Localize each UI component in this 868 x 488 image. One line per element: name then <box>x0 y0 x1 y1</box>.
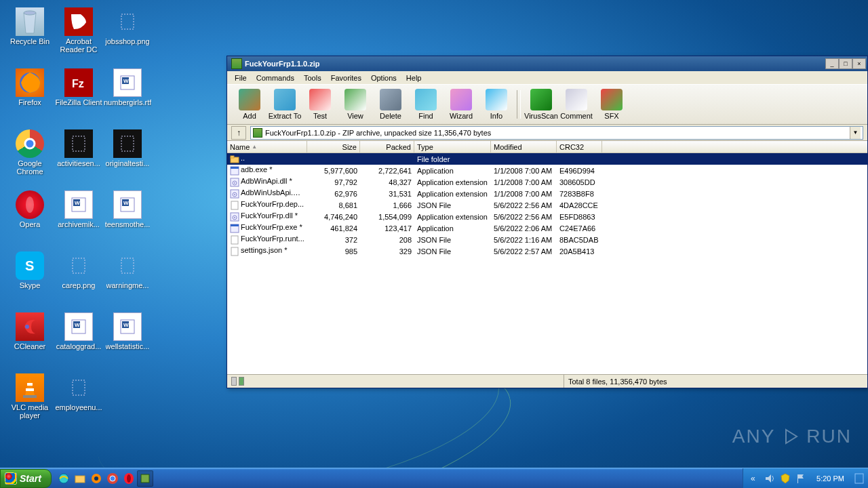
file-row[interactable]: FuckYourFrp.dll *4,746,2401,554,099Appli… <box>227 211 867 222</box>
up-button[interactable]: ↑ <box>231 126 246 140</box>
desktop-icon[interactable]: VLC media player <box>5 371 54 432</box>
tool-test[interactable]: Test <box>302 85 338 123</box>
file-row[interactable]: adb.exe *5,977,6002,722,641Application1/… <box>227 165 867 176</box>
tool-delete[interactable]: Delete <box>373 85 408 123</box>
fz-icon: Fz <box>64 68 93 97</box>
cell: 329 <box>360 247 414 256</box>
desktop-icon[interactable]: Acrobat Reader DC <box>54 5 103 66</box>
column-modified[interactable]: Modified <box>491 141 557 152</box>
menu-favorites[interactable]: Favorites <box>326 73 366 83</box>
tool-add[interactable]: Add <box>232 85 267 123</box>
column-packed[interactable]: Packed <box>360 141 414 152</box>
address-bar[interactable]: FuckYourFrp1.1.0.zip - ZIP archive, unpa… <box>250 126 863 140</box>
cell: Application extension <box>414 190 491 198</box>
desktop-icon[interactable]: Wcataloggrad... <box>54 310 103 371</box>
desktop-icon[interactable]: Wteensmothe... <box>103 188 152 249</box>
file-icon <box>113 7 142 36</box>
desktop-icon[interactable]: Recycle Bin <box>5 5 54 66</box>
tool-virusscan[interactable]: VirusScan <box>524 85 559 123</box>
cell: 48,327 <box>360 178 414 186</box>
menu-options[interactable]: Options <box>366 73 401 83</box>
tool-extract-to[interactable]: Extract To <box>267 85 302 123</box>
file-row[interactable]: ..File folder <box>227 153 867 165</box>
opera-icon[interactable] <box>121 470 137 487</box>
column-crc32[interactable]: CRC32 <box>557 141 602 152</box>
shield-icon[interactable] <box>780 473 791 484</box>
desktop-icon[interactable]: activitiesen... <box>54 127 103 188</box>
desktop-icon[interactable]: Firefox <box>5 66 54 127</box>
start-button[interactable]: Start <box>0 469 52 488</box>
desktop-icon[interactable]: Opera <box>5 188 54 249</box>
desktop-icon[interactable]: FzFileZilla Client <box>54 66 103 127</box>
column-name[interactable]: Name▲ <box>227 141 307 152</box>
flag-icon[interactable] <box>795 473 806 484</box>
desktop-icon[interactable]: warningme... <box>103 249 152 310</box>
svg-text:W: W <box>123 200 129 206</box>
show-desktop-icon[interactable] <box>854 473 865 484</box>
cell: .. <box>227 154 307 163</box>
icon-label: Acrobat Reader DC <box>55 37 102 54</box>
winrar-window: FuckYourFrp1.1.0.zip _ □ × FileCommandsT… <box>226 56 868 388</box>
desktop-icon[interactable]: Google Chrome <box>5 127 54 188</box>
clock[interactable]: 5:20 PM <box>811 474 850 483</box>
menu-commands[interactable]: Commands <box>252 73 299 83</box>
tool-sfx[interactable]: SFX <box>594 85 629 123</box>
winrar-task-icon[interactable] <box>137 470 153 487</box>
desktop-icon[interactable]: SSkype <box>5 249 54 310</box>
cell: FuckYourFrp.dll * <box>227 211 307 221</box>
titlebar[interactable]: FuckYourFrp1.1.0.zip _ □ × <box>227 56 867 71</box>
svg-rect-20 <box>73 380 85 395</box>
cell: E5FD8863 <box>557 213 602 221</box>
cell: 5/6/2022 2:56 AM <box>491 201 557 209</box>
file-row[interactable]: AdbWinApi.dll *97,79248,327Application e… <box>227 176 867 188</box>
icon-label: Firefox <box>18 98 41 106</box>
desktop-icon[interactable]: originaltesti... <box>103 127 152 188</box>
volume-icon[interactable] <box>764 473 775 484</box>
cell: settings.json * <box>227 246 307 256</box>
desktop-icon[interactable]: Wnumbergirls.rtf <box>103 66 152 127</box>
desktop-icon[interactable]: CCleaner <box>5 310 54 371</box>
desktop-icon[interactable]: Wwellstatistic... <box>103 310 152 371</box>
desktop-icon[interactable]: jobsshop.png <box>103 5 152 66</box>
cc-icon <box>16 312 44 341</box>
menu-tools[interactable]: Tools <box>299 73 326 83</box>
desktop-icon[interactable]: carep.png <box>54 249 103 310</box>
column-type[interactable]: Type <box>414 141 491 152</box>
maximize-button[interactable]: □ <box>839 58 852 69</box>
chrome-icon[interactable] <box>104 470 121 487</box>
dropdown-button[interactable]: ▼ <box>850 127 861 139</box>
svg-rect-60 <box>141 474 149 483</box>
media-player-icon[interactable] <box>88 470 104 487</box>
file-row[interactable]: FuckYourFrp.dep...8,6811,666JSON File5/6… <box>227 199 867 211</box>
svg-rect-34 <box>231 156 234 158</box>
file-row[interactable]: AdbWinUsbApi.dll *62,97631,531Applicatio… <box>227 188 867 199</box>
cell: C24E7A66 <box>557 224 602 232</box>
tray-expand-icon[interactable]: « <box>749 473 760 484</box>
file-row[interactable]: settings.json *985329JSON File5/6/2022 2… <box>227 245 867 257</box>
svg-rect-64 <box>855 474 863 483</box>
tool-comment[interactable]: Comment <box>559 85 594 123</box>
column-size[interactable]: Size <box>307 141 360 152</box>
icon-label: Skype <box>20 281 41 289</box>
menu-file[interactable]: File <box>230 73 252 83</box>
explorer-icon[interactable] <box>72 470 88 487</box>
tool-label: Test <box>313 112 327 120</box>
ie-icon[interactable] <box>56 470 72 487</box>
minimize-button[interactable]: _ <box>825 58 839 69</box>
desktop-icon[interactable]: Warchivemik... <box>54 188 103 249</box>
desktop-icon[interactable]: employeenu... <box>54 371 103 432</box>
tool-info[interactable]: Info <box>479 85 514 123</box>
tool-view[interactable]: View <box>338 85 373 123</box>
tool-label: Wizard <box>450 112 473 120</box>
menu-help[interactable]: Help <box>401 73 427 83</box>
tool-find[interactable]: Find <box>408 85 443 123</box>
svg-rect-49 <box>231 236 238 244</box>
word-icon: W <box>64 312 93 341</box>
tool-wizard[interactable]: Wizard <box>443 85 479 123</box>
file-row[interactable]: FuckYourFrp.runt...372208JSON File5/6/20… <box>227 234 867 245</box>
word-icon: W <box>113 190 142 219</box>
file-row[interactable]: FuckYourFrp.exe *461,824123,417Applicati… <box>227 222 867 234</box>
cell: 31,531 <box>360 190 414 198</box>
close-button[interactable]: × <box>852 58 866 69</box>
tool-label: View <box>347 112 363 120</box>
